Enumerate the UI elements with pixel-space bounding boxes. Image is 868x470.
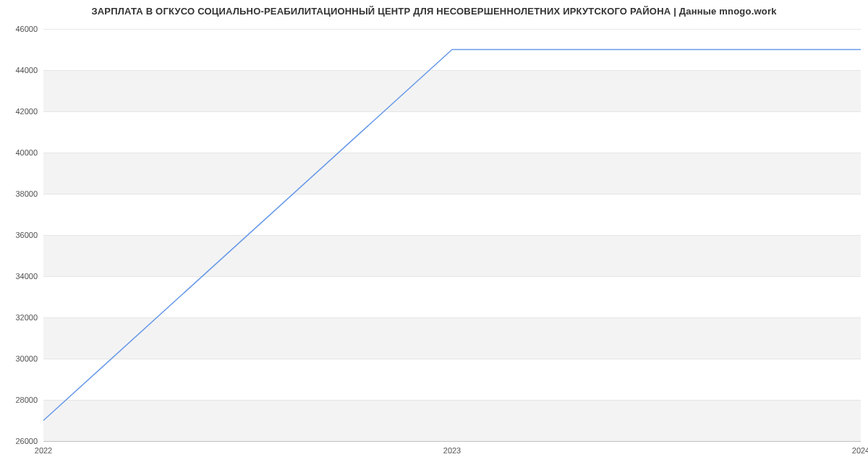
chart-title: ЗАРПЛАТА В ОГКУСО СОЦИАЛЬНО-РЕАБИЛИТАЦИО… (0, 6, 868, 17)
y-tick-label: 40000 (0, 148, 38, 157)
y-tick-label: 32000 (0, 313, 38, 322)
chart-container: ЗАРПЛАТА В ОГКУСО СОЦИАЛЬНО-РЕАБИЛИТАЦИО… (0, 0, 868, 470)
x-tick-label: 2022 (35, 446, 52, 455)
line-series-svg (43, 29, 861, 441)
x-axis-line (43, 441, 861, 442)
y-tick-label: 36000 (0, 231, 38, 239)
x-tick-label: 2023 (443, 446, 461, 455)
y-tick-label: 34000 (0, 272, 38, 281)
y-tick-label: 42000 (0, 107, 38, 116)
y-tick-label: 26000 (0, 437, 38, 445)
series-line (43, 50, 861, 421)
x-tick-label: 2024 (852, 446, 868, 455)
y-tick-label: 44000 (0, 66, 38, 74)
y-tick-label: 46000 (0, 25, 38, 33)
y-tick-label: 30000 (0, 354, 38, 363)
plot-area (43, 29, 861, 441)
y-tick-label: 38000 (0, 189, 38, 198)
y-tick-label: 28000 (0, 396, 38, 404)
